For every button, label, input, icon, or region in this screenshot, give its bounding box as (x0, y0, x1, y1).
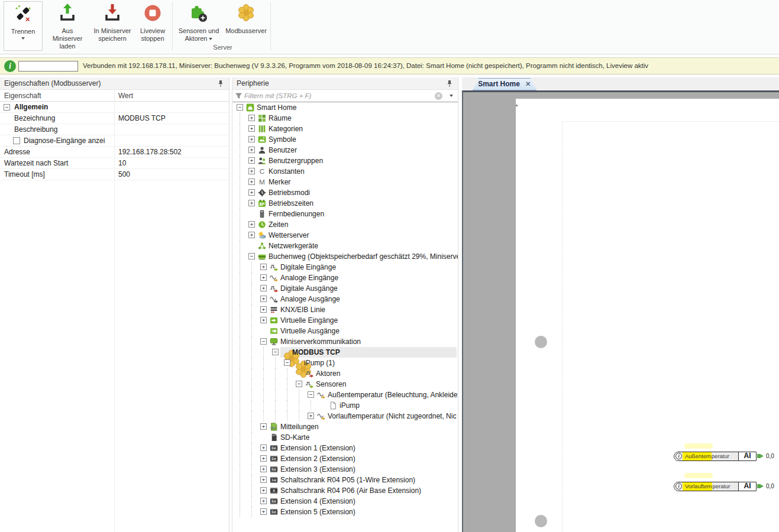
tree-item-wetterserver[interactable]: +Wetterserver (232, 230, 458, 241)
tree-item-miniserverkommunikation[interactable]: −Miniserverkommunikation (232, 336, 458, 347)
output-connector-icon[interactable] (757, 453, 764, 459)
tree-item-ipump-1[interactable]: −iPump (1) (232, 358, 458, 368)
tree-item-extension-4-extension[interactable]: +ExtExtension 4 (Extension) (232, 496, 458, 507)
expand-icon[interactable]: + (248, 136, 255, 142)
expand-icon[interactable]: + (260, 285, 267, 291)
tree-item-ipump[interactable]: iPump (232, 400, 458, 411)
collapse-icon[interactable]: − (237, 104, 243, 111)
tree-item-extension-2-extension[interactable]: +ExtExtension 2 (Extension) (232, 453, 458, 464)
expand-icon[interactable]: + (308, 413, 314, 419)
close-icon[interactable]: ✕ (525, 80, 531, 88)
tree-item-benutzer[interactable]: +Benutzer (232, 145, 458, 155)
expand-icon[interactable]: + (260, 455, 267, 462)
tree-item-virtuelle-ausgänge[interactable]: Virtuelle Ausgänge (232, 326, 458, 336)
tree-item-vorlauftemperatur-nicht-zugeordnet-nic[interactable]: +Vorlauftemperatur (Nicht zugeordnet, Ni… (232, 411, 458, 421)
tree-item-merker[interactable]: +MMerker (232, 177, 458, 187)
expand-icon[interactable]: + (248, 221, 255, 228)
column-header-wert[interactable]: Wert (118, 92, 133, 100)
expand-icon[interactable]: + (248, 115, 255, 121)
block-body[interactable]: iVorlauftemperaturAI (674, 482, 757, 491)
tree-item-knx-eib-linie[interactable]: +KNX/EIB Linie (232, 304, 458, 315)
property-value[interactable]: 192.168.178.28:502 (118, 148, 182, 156)
property-row-bezeichnung[interactable]: BezeichnungMODBUS TCP (0, 113, 229, 124)
status-search-input[interactable] (18, 61, 78, 72)
tree-item-analoge-ausgänge[interactable]: +Analoge Ausgänge (232, 294, 458, 304)
program-page[interactable]: iAußentemperaturAI0,0iVorlauftemperaturA… (516, 99, 779, 532)
output-connector-icon[interactable] (757, 484, 764, 489)
tree-item-schaltschrank-r04-p05-1-wire-extension[interactable]: +1-wSchaltschrank R04 P05 (1-Wire Extens… (232, 475, 458, 485)
tree-item-kategorien[interactable]: +Kategorien (232, 124, 458, 134)
expand-icon[interactable]: + (260, 423, 267, 430)
filter-dropdown-icon[interactable] (450, 95, 453, 97)
tree-item-extension-1-extension[interactable]: +ExtExtension 1 (Extension) (232, 443, 458, 453)
property-row-wartezeit-nach-start[interactable]: Wartezeit nach Start10 (0, 158, 229, 169)
collapse-icon[interactable]: − (296, 381, 302, 387)
expand-icon[interactable]: + (248, 189, 255, 196)
page-handle-circle[interactable] (535, 515, 547, 527)
property-row-allgemein[interactable]: −Allgemein (0, 102, 229, 113)
expand-icon[interactable]: + (248, 232, 255, 238)
property-value[interactable]: MODBUS TCP (118, 114, 166, 122)
disconnect-button[interactable]: × Trennen (4, 1, 43, 51)
collapse-icon[interactable]: − (248, 253, 255, 259)
expand-icon[interactable]: + (260, 296, 267, 302)
page-handle-circle[interactable] (535, 336, 547, 348)
tree-item-konstanten[interactable]: +CKonstanten (232, 166, 458, 177)
property-value[interactable]: 10 (118, 159, 126, 167)
tree-item-aktoren[interactable]: Aktoren (232, 368, 458, 379)
tree-item-modbus-tcp[interactable]: −MODBUS TCP (232, 347, 458, 358)
filter-clear-icon[interactable]: ✕ (435, 92, 442, 100)
tree-item-betriebsmodi[interactable]: +Betriebsmodi (232, 187, 458, 198)
expand-icon[interactable]: + (248, 157, 255, 164)
tree-item-fernbedienungen[interactable]: Fernbedienungen (232, 209, 458, 219)
save-to-miniserver-button[interactable]: In Miniserver speichern (90, 1, 135, 51)
expand-icon[interactable]: + (260, 317, 267, 323)
property-row-timeout-ms[interactable]: Timeout [ms]500 (0, 169, 229, 180)
pin-icon[interactable] (217, 80, 224, 87)
tree-item-sensoren[interactable]: −Sensoren (232, 379, 458, 390)
tree-item-analoge-eingänge[interactable]: +Analoge Eingänge (232, 273, 458, 283)
expand-icon[interactable]: + (248, 147, 255, 153)
expand-icon[interactable]: + (260, 508, 267, 515)
collapse-icon[interactable]: − (308, 391, 314, 398)
expand-icon[interactable]: + (260, 264, 267, 270)
tree-item-zeiten[interactable]: +Zeiten (232, 219, 458, 230)
collapse-icon[interactable]: − (284, 359, 290, 366)
tree-item-extension-5-extension[interactable]: +ExtExtension 5 (Extension) (232, 507, 458, 517)
collapse-icon[interactable]: − (272, 349, 279, 355)
tree-item-schaltschrank-r04-p06-air-base-extension[interactable]: +ASchaltschrank R04 P06 (Air Base Extens… (232, 485, 458, 496)
tree-item-außentemperatur-beleuchtung-ankleide[interactable]: −Außentemperatur (Beleuchtung, Ankleide (232, 390, 458, 400)
tree-item-mitteilungen[interactable]: +LOGMitteilungen (232, 421, 458, 432)
tree-item-digitale-eingänge[interactable]: +Digitale Eingänge (232, 262, 458, 273)
tree-item-sd-karte[interactable]: SD-Karte (232, 432, 458, 443)
tree-item-virtuelle-eingänge[interactable]: +Virtuelle Eingänge (232, 315, 458, 326)
analog-input-block-vorlauftemperatur[interactable]: iVorlauftemperaturAI0,0 (674, 481, 774, 491)
column-header-eigenschaft[interactable]: Eigenschaft (4, 92, 41, 100)
expand-icon[interactable]: + (260, 306, 267, 313)
liveview-stop-button[interactable]: Liveview stoppen (135, 1, 170, 51)
expand-icon[interactable]: + (248, 200, 255, 206)
tree-item-betriebszeiten[interactable]: +Betriebszeiten (232, 198, 458, 209)
expand-icon[interactable]: + (260, 445, 267, 451)
pin-icon[interactable] (446, 80, 453, 87)
tree-item-symbole[interactable]: +Symbole (232, 134, 458, 145)
collapse-icon[interactable]: − (4, 104, 10, 111)
expand-icon[interactable]: + (248, 168, 255, 174)
tree-item-benutzergruppen[interactable]: +Benutzergruppen (232, 155, 458, 166)
tree-item-netzwerkgeräte[interactable]: Netzwerkgeräte (232, 241, 458, 251)
canvas-area[interactable]: iAußentemperaturAI0,0iVorlauftemperaturA… (462, 90, 779, 532)
tree-item-digitale-ausgänge[interactable]: +Digitale Ausgänge (232, 283, 458, 294)
expand-icon[interactable]: + (260, 476, 267, 483)
tree-item-smart-home[interactable]: −Smart Home (232, 102, 458, 113)
tree-item-buchenweg-objektspeicherbedarf-geschätzt[interactable]: −Buchenweg (Objektspeicherbedarf geschät… (232, 251, 458, 262)
property-row-adresse[interactable]: Adresse192.168.178.28:502 (0, 147, 229, 158)
load-from-miniserver-button[interactable]: Aus Miniserver laden (46, 1, 89, 51)
expand-icon[interactable]: + (248, 179, 255, 185)
expand-icon[interactable]: + (260, 487, 267, 494)
checkbox-diagnose-eingänge-anzei[interactable] (13, 137, 20, 144)
property-row-beschreibung[interactable]: Beschreibung (0, 124, 229, 135)
analog-input-block-außentemperatur[interactable]: iAußentemperaturAI0,0 (674, 451, 774, 461)
block-body[interactable]: iAußentemperaturAI (674, 452, 757, 461)
expand-icon[interactable]: + (260, 274, 267, 281)
property-row-diagnose-eingänge-anzei[interactable]: Diagnose-Eingänge anzei (0, 135, 229, 147)
